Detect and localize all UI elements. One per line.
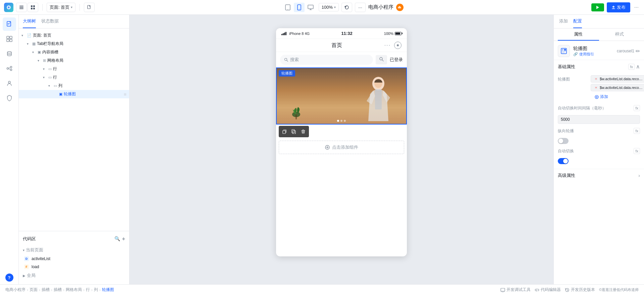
zoom-selector[interactable]: 100% ▾	[319, 3, 339, 11]
tree-item-col[interactable]: ▾ ▭ 列	[19, 82, 129, 90]
slot-icon: ▣	[38, 50, 41, 54]
breadcrumb-carousel[interactable]: 轮播图	[102, 287, 114, 293]
prop-style-tabs: 属性 样式	[554, 29, 644, 41]
global-section[interactable]: ▶ 全局	[19, 271, 129, 280]
run-btn[interactable]	[591, 3, 604, 11]
breadcrumb-app[interactable]: 电商小程序	[5, 287, 25, 293]
tab-properties[interactable]: 属性	[558, 29, 599, 41]
tree-item-slot[interactable]: ▾ ▣ 内容插槽	[19, 48, 129, 56]
tree-item-slot-label: 内容插槽	[42, 49, 126, 55]
code-area-header: 代码区 🔍 +	[19, 234, 129, 244]
interval-fx-btn[interactable]: fx	[634, 105, 640, 111]
code-items-list: ▾ 当前页面 D activiteList F load ▶ 全局	[19, 244, 129, 282]
add-record-btn[interactable]: 添加	[591, 93, 644, 101]
remove-record-2-btn[interactable]	[594, 85, 598, 90]
page-selector-label: 页面: 首页	[50, 4, 69, 10]
breadcrumb-grid[interactable]: 网格布局	[66, 287, 82, 293]
carousel-dots	[337, 120, 346, 122]
tree-item-page[interactable]: ▾ 📄 页面: 首页 ⚙ 🔍	[19, 31, 129, 40]
component-copy-btn[interactable]	[280, 127, 289, 136]
publish-btn[interactable]: 发布	[607, 2, 630, 12]
sidebar-item-help[interactable]: ?	[5, 274, 13, 282]
phone-banner[interactable]: 轮播图	[276, 67, 407, 125]
breadcrumb-slot1[interactable]: 插槽	[42, 287, 50, 293]
sidebar-item-data[interactable]	[3, 47, 16, 60]
tree-item-row1[interactable]: ▾ ▭ 行	[19, 65, 129, 73]
tree-item-tabbar[interactable]: ▾ ▦ Tab栏导航布局	[19, 40, 129, 48]
component-delete-btn[interactable]	[299, 127, 308, 136]
code-item-activiteList[interactable]: D activiteList	[19, 255, 129, 263]
outline-tree: ▾ 📄 页面: 首页 ⚙ 🔍 ▾ ▦ Tab栏导航布局 ▾ ▣ 内容插槽	[19, 29, 129, 231]
auto-switch-toggle[interactable]	[558, 158, 569, 164]
current-page-section[interactable]: ▾ 当前页面	[19, 245, 129, 255]
vertical-toggle-row	[554, 136, 644, 146]
vertical-carousel-toggle[interactable]	[558, 138, 569, 144]
drag-handle-icon[interactable]: ≡	[124, 92, 126, 97]
breadcrumb-page[interactable]: 页面	[30, 287, 38, 293]
breadcrumb-sep-4: ›	[63, 288, 64, 292]
basic-chevron-icon[interactable]: ∧	[636, 63, 640, 70]
usage-guide-link[interactable]: 使用指引	[579, 52, 594, 57]
vertical-label: 纵向轮播	[558, 128, 574, 134]
more-options-btn[interactable]: ···	[355, 3, 366, 12]
tree-item-carousel[interactable]: ▣ 轮播图 ≡	[19, 90, 129, 98]
sidebar-item-users[interactable]	[3, 77, 16, 90]
svg-rect-1	[19, 6, 23, 6]
refresh-btn[interactable]	[341, 3, 352, 12]
sidebar-item-connections[interactable]	[3, 62, 16, 75]
interval-label-row: 自动切换时间间隔（毫秒） fx	[554, 103, 644, 113]
search-icon-right[interactable]	[376, 55, 387, 64]
remove-record-1-btn[interactable]	[594, 77, 598, 81]
svg-point-24	[8, 81, 10, 83]
code-add-btn[interactable]: +	[122, 236, 125, 242]
component-duplicate-btn[interactable]	[289, 127, 298, 136]
code-item-load[interactable]: F load	[19, 263, 129, 271]
toolbar-more-btn[interactable]: ···	[633, 3, 640, 12]
desktop-btn[interactable]	[305, 3, 316, 12]
tab-outline[interactable]: 大纲树	[23, 15, 36, 28]
svg-rect-6	[31, 8, 33, 9]
tree-item-row2[interactable]: ▾ ▭ 行	[19, 73, 129, 82]
code-search-btn[interactable]: 🔍	[114, 236, 120, 242]
search-bar[interactable]: 搜索	[280, 55, 373, 65]
grid-view-btn[interactable]	[28, 3, 38, 12]
device-selector	[282, 3, 316, 12]
tree-item-grid[interactable]: ▾ ⊞ 网格布局	[19, 56, 129, 65]
phone-btn[interactable]	[294, 3, 305, 12]
vertical-fx-btn[interactable]: fx	[634, 128, 640, 134]
add-component-bar[interactable]: 点击添加组件	[279, 141, 404, 154]
tab-styles[interactable]: 样式	[599, 29, 640, 41]
auto-switch-section: 自动切换 fx	[554, 146, 644, 166]
breadcrumb-sep-1: ›	[27, 288, 28, 292]
breadcrumb-row[interactable]: 行	[86, 287, 90, 293]
page-selector[interactable]: 页面: 首页 ▾	[47, 3, 75, 12]
dev-tools-btn[interactable]: 开发调试工具	[500, 287, 531, 293]
zoom-value: 100%	[322, 5, 333, 10]
cloud-status-icon: !	[396, 4, 404, 11]
tab-add[interactable]: 添加	[559, 15, 568, 28]
breadcrumb-col[interactable]: 列	[94, 287, 98, 293]
auto-switch-fx-btn[interactable]: fx	[634, 148, 640, 154]
sidebar-item-pages[interactable]	[3, 17, 16, 31]
sidebar-item-components[interactable]	[3, 32, 16, 46]
breadcrumb-slot2[interactable]: 插槽	[54, 287, 62, 293]
battery-icon	[395, 32, 401, 35]
carousel-records-list: $w.activiteList.data.records[0].bt ⋮ $w.…	[591, 75, 644, 101]
list-view-btn[interactable]	[16, 3, 27, 12]
component-edit-btn[interactable]: ✏	[636, 48, 640, 54]
basic-fx-btn[interactable]: fx	[628, 64, 635, 70]
code-editor-btn[interactable]: 代码编辑器	[535, 287, 561, 293]
advanced-chevron-icon[interactable]: ›	[638, 173, 640, 178]
sidebar-item-security[interactable]	[3, 91, 16, 105]
history-btn[interactable]: 开发历史版本	[565, 287, 595, 293]
tablet-btn[interactable]	[282, 3, 293, 12]
search-icon[interactable]: 🔍	[121, 33, 126, 38]
phone-frame: iPhone 8 4G 11:32 100% 首页	[276, 28, 407, 256]
new-page-btn[interactable]	[84, 3, 95, 12]
settings-icon[interactable]: ⚙	[116, 33, 120, 38]
svg-rect-37	[562, 49, 564, 51]
interval-input[interactable]	[558, 115, 640, 124]
tab-state[interactable]: 状态数据	[41, 15, 59, 28]
tab-config[interactable]: 配置	[573, 15, 582, 28]
global-chevron-icon: ▶	[23, 274, 25, 278]
